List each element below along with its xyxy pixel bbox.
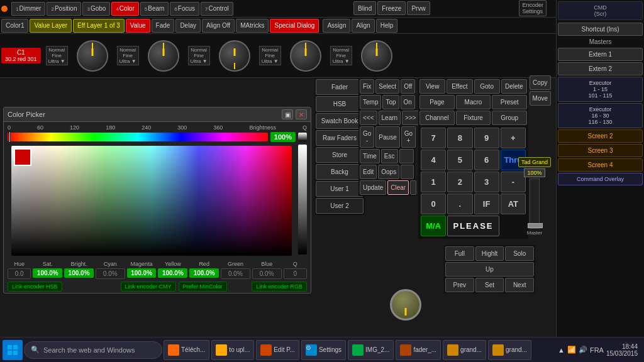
plus-btn[interactable]: + (501, 128, 526, 148)
num0-btn[interactable]: 0 (421, 194, 446, 214)
taskbar-app-img[interactable]: IMG_2... (348, 340, 394, 360)
fixture-btn[interactable]: Fixture (456, 111, 491, 125)
executor2-btn[interactable]: Executor16 - 30116 - 130 (558, 103, 643, 128)
next-arrows-btn[interactable]: >>> (402, 111, 419, 125)
link-cmy-btn[interactable]: Link encoder CMY (121, 282, 176, 292)
raw-faders-btn[interactable]: Raw Faders (316, 130, 364, 146)
goto-btn[interactable]: Goto (474, 79, 500, 94)
num7-btn[interactable]: 7 (421, 128, 446, 148)
screen4-btn[interactable]: Screen 4 (558, 158, 643, 172)
brightness-value[interactable]: 100% (270, 132, 296, 142)
taskbar-app-settings[interactable]: ⚙ Settings (301, 340, 346, 360)
prev-arrows-btn[interactable]: <<< (360, 111, 377, 125)
preset-btn[interactable]: Preset (492, 95, 527, 109)
num2-btn[interactable]: 2 (447, 172, 472, 192)
encoder-knob-3[interactable] (219, 40, 250, 72)
group-btn[interactable]: Group (492, 111, 527, 125)
please-btn[interactable]: PLEASE (447, 216, 499, 236)
num1-btn[interactable]: 1 (421, 172, 446, 192)
color-btn[interactable]: 4Color (111, 2, 138, 16)
color-picker-close[interactable]: ✕ (296, 109, 307, 119)
copy-btn[interactable]: Copy (530, 75, 551, 90)
off-btn[interactable]: Off (401, 79, 415, 94)
blank1-btn[interactable] (399, 149, 414, 163)
hue-bar[interactable] (8, 133, 268, 141)
macro-btn[interactable]: Macro (456, 95, 491, 109)
bright-value[interactable]: 100.0% (64, 268, 94, 279)
blue-value[interactable]: 0.0% (252, 268, 282, 279)
control-btn[interactable]: 7Control (201, 2, 233, 16)
help-btn[interactable]: Help (376, 19, 398, 33)
dimmer-btn[interactable]: 1Dimmer (11, 2, 45, 16)
extern1-btn[interactable]: Extern 1 (558, 48, 643, 61)
tray-network[interactable]: 📶 (567, 346, 576, 354)
cyan-value[interactable]: 0.0% (96, 268, 125, 279)
matricks-btn[interactable]: MAtricks (236, 19, 269, 33)
on-btn[interactable]: On (401, 95, 415, 109)
up-btn[interactable]: Up (445, 262, 534, 277)
prvw-btn[interactable]: Prvw (407, 1, 430, 15)
screen3-btn[interactable]: Screen 3 (558, 144, 643, 157)
grand-master-slider[interactable] (530, 178, 540, 229)
start-button[interactable] (3, 340, 23, 360)
hsb-btn[interactable]: HSB (316, 96, 364, 112)
focus-btn[interactable]: 6Focus (170, 2, 199, 16)
learn-btn[interactable]: Learn (379, 111, 401, 125)
shortcut-btn[interactable]: Shortcut (Ins) (558, 23, 643, 36)
yellow-value[interactable]: 100.0% (158, 268, 187, 279)
extern2-btn[interactable]: Extern 2 (558, 62, 643, 75)
view-btn[interactable]: View (419, 79, 445, 94)
delay-btn[interactable]: Delay (175, 19, 201, 33)
backg-btn[interactable]: Backg (316, 164, 364, 180)
assign-btn[interactable]: Assign (323, 19, 350, 33)
num4-btn[interactable]: 4 (421, 150, 446, 170)
store-btn[interactable]: Store (316, 147, 364, 163)
top-btn-ctrl[interactable]: Top (382, 95, 399, 109)
num6-btn[interactable]: 6 (474, 150, 499, 170)
esc-btn[interactable]: Esc (381, 149, 398, 163)
eff-layer-btn[interactable]: Eff Layer 1 of 3 (73, 19, 125, 33)
taskbar-app-toupl[interactable]: to upl... (211, 340, 254, 360)
user2-knob[interactable] (390, 289, 421, 321)
fix-btn[interactable]: Fix (360, 79, 374, 94)
fade-btn[interactable]: Fade (152, 19, 175, 33)
magenta-value[interactable]: 100.0% (127, 268, 157, 279)
green-value[interactable]: 0.0% (221, 268, 250, 279)
value-layer-btn[interactable]: Value Layer (30, 19, 72, 33)
beam-btn[interactable]: 5Beam (140, 2, 169, 16)
num5-btn[interactable]: 5 (447, 150, 472, 170)
taskbar-search[interactable]: 🔍 Search the web and Windows (24, 341, 162, 359)
clear-btn[interactable]: Clear (387, 180, 409, 195)
num8-btn[interactable]: 8 (447, 128, 472, 148)
swatch-book-btn[interactable]: Swatch Book (316, 113, 364, 129)
go-plus-btn[interactable]: Go + (401, 126, 416, 148)
blind-btn[interactable]: Blind (353, 1, 376, 15)
if-btn[interactable]: IF (474, 194, 499, 214)
blank2-btn[interactable] (401, 165, 414, 179)
mia-btn[interactable]: M/A (421, 216, 446, 236)
red-value[interactable]: 100.0% (189, 268, 219, 279)
select-btn[interactable]: Select (375, 79, 399, 94)
full-btn[interactable]: Full (445, 246, 474, 261)
move-btn[interactable]: Move (530, 91, 551, 106)
taskbar-app-grand1[interactable]: grand... (443, 340, 486, 360)
taskbar-app-fader[interactable]: fader_... (396, 340, 441, 360)
oops-btn[interactable]: Oops (378, 165, 399, 179)
special-dialog-btn[interactable]: Special Dialog (270, 19, 319, 33)
color-picker-minimize[interactable]: ▣ (282, 109, 293, 119)
tray-volume[interactable]: 🔊 (579, 346, 587, 354)
effect-btn[interactable]: Effect (447, 79, 472, 94)
pause-btn[interactable]: Pause (375, 126, 399, 148)
command-overlay-btn[interactable]: Command Overlay (558, 173, 643, 185)
freeze-btn[interactable]: Freeze (377, 1, 406, 15)
prefer-mincolor-btn[interactable]: Prefer MinColor (179, 282, 227, 292)
language-indicator[interactable]: FRA (590, 346, 604, 354)
executor1-btn[interactable]: Executor1 - 15101 - 115 (558, 77, 643, 102)
value-btn[interactable]: Value (126, 19, 150, 33)
q-value[interactable]: 0 (284, 268, 307, 279)
link-rgb-btn[interactable]: Link encoder RGB (252, 282, 307, 292)
align-btn[interactable]: Align Off (202, 19, 235, 33)
taskbar-app-grand2[interactable]: grand... (488, 340, 531, 360)
highlt-btn[interactable]: Highlt (475, 246, 504, 261)
color-gradient-main[interactable] (11, 146, 292, 256)
